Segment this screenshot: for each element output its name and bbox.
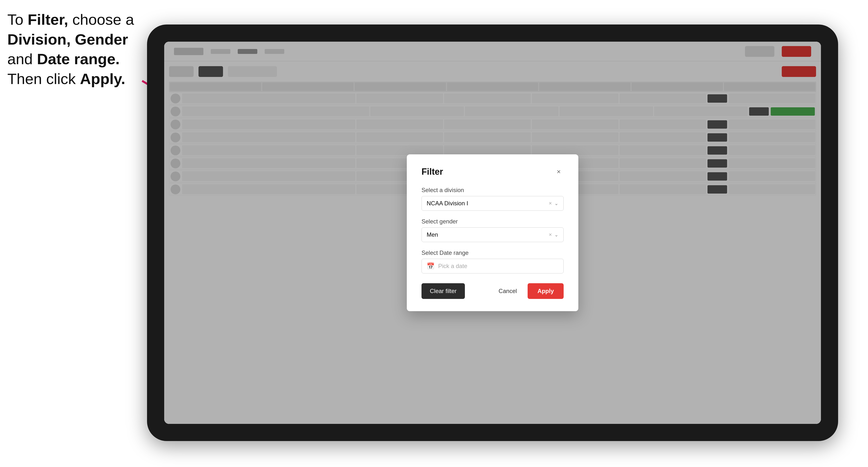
modal-close-button[interactable]: × [554,167,564,177]
gender-chevron-icon: ⌄ [554,232,558,238]
division-select-actions: × ⌄ [549,200,558,207]
division-form-group: Select a division NCAA Division I × ⌄ [422,187,564,211]
division-label: Select a division [422,187,564,193]
modal-title: Filter [422,166,443,177]
date-range-placeholder: Pick a date [438,263,467,270]
date-range-label: Select Date range [422,249,564,256]
division-clear-icon[interactable]: × [549,200,552,207]
apply-button[interactable]: Apply [528,283,564,299]
date-range-form-group: Select Date range 📅 Pick a date [422,249,564,274]
modal-action-buttons: Cancel Apply [493,283,564,299]
instruction-text: To Filter, choose a Division, Gender and… [7,10,150,89]
gender-label: Select gender [422,218,564,225]
tablet-frame: Filter × Select a division NCAA Division… [147,25,838,441]
clear-filter-button[interactable]: Clear filter [422,283,465,299]
instruction-line3: and Date range. [7,51,120,67]
modal-footer: Clear filter Cancel Apply [422,283,564,299]
division-select[interactable]: NCAA Division I × ⌄ [422,196,564,211]
instruction-bold2: Division, Gender [7,31,128,48]
gender-select-value: Men [427,231,549,238]
instruction-line1: To Filter, choose a [7,11,134,28]
division-chevron-icon: ⌄ [554,200,558,206]
instruction-line4: Then click Apply. [7,70,125,87]
filter-modal: Filter × Select a division NCAA Division… [407,154,578,311]
gender-select[interactable]: Men × ⌄ [422,227,564,242]
cancel-button[interactable]: Cancel [493,283,523,299]
modal-overlay: Filter × Select a division NCAA Division… [164,42,821,424]
tablet-screen: Filter × Select a division NCAA Division… [164,42,821,424]
calendar-icon: 📅 [427,262,434,270]
modal-header: Filter × [422,166,564,177]
gender-form-group: Select gender Men × ⌄ [422,218,564,242]
gender-clear-icon[interactable]: × [549,231,552,238]
gender-select-actions: × ⌄ [549,231,558,238]
date-range-input[interactable]: 📅 Pick a date [422,259,564,274]
division-select-value: NCAA Division I [427,200,549,207]
